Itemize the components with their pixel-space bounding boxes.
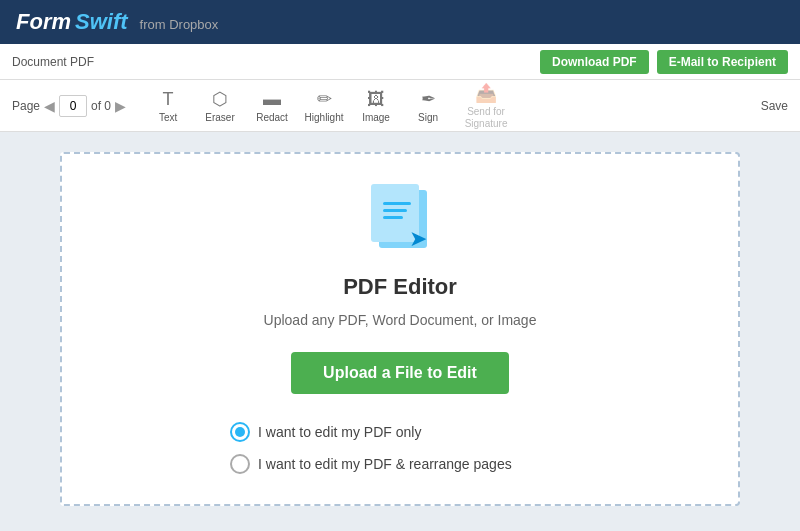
send-label: Send for Signature: [456, 106, 516, 130]
save-button[interactable]: Save: [761, 99, 788, 113]
highlight-icon: ✏: [317, 88, 332, 110]
text-label: Text: [159, 112, 177, 123]
doc-label: Document PDF: [12, 55, 94, 69]
cursor-icon: ➤: [409, 226, 427, 252]
logo-form: Form: [16, 9, 71, 35]
highlight-label: Highlight: [305, 112, 344, 123]
radio-pdf-rearrange-label: I want to edit my PDF & rearrange pages: [258, 456, 512, 472]
image-label: Image: [362, 112, 390, 123]
download-pdf-button[interactable]: Download PDF: [540, 50, 649, 74]
send-for-signature-tool[interactable]: 📤 Send for Signature: [454, 78, 518, 134]
radio-pdf-only-label: I want to edit my PDF only: [258, 424, 421, 440]
tool-row: Page ◀ 0 of 0 ▶ T Text ⬡ Eraser ▬ Redact…: [0, 80, 800, 132]
upload-file-button[interactable]: Upload a File to Edit: [291, 352, 509, 394]
toolbar-right: Download PDF E-Mail to Recipient: [540, 50, 788, 74]
radio-inner-checked: [235, 427, 245, 437]
app-header: FormSwift from Dropbox: [0, 0, 800, 44]
editor-subtitle: Upload any PDF, Word Document, or Image: [264, 312, 537, 328]
text-tool[interactable]: T Text: [142, 85, 194, 127]
sign-icon: ✒: [421, 88, 436, 110]
sign-label: Sign: [418, 112, 438, 123]
send-signature-icon: 📤: [475, 82, 497, 104]
highlight-tool[interactable]: ✏ Highlight: [298, 84, 350, 127]
upload-card: ➤ PDF Editor Upload any PDF, Word Docume…: [60, 152, 740, 506]
from-dropbox-label: from Dropbox: [140, 17, 219, 32]
image-tool[interactable]: 🖼 Image: [350, 85, 402, 127]
radio-pdf-rearrange[interactable]: [230, 454, 250, 474]
radio-row-1: I want to edit my PDF only: [230, 422, 570, 442]
page-input[interactable]: 0: [59, 95, 87, 117]
next-page-icon[interactable]: ▶: [115, 98, 126, 114]
text-icon: T: [163, 89, 174, 110]
email-recipient-button[interactable]: E-Mail to Recipient: [657, 50, 788, 74]
doc-line-3: [383, 216, 403, 219]
pdf-editor-icon: ➤: [365, 184, 435, 254]
image-icon: 🖼: [367, 89, 385, 110]
eraser-icon: ⬡: [212, 88, 228, 110]
radio-row-2: I want to edit my PDF & rearrange pages: [230, 454, 570, 474]
redact-tool[interactable]: ▬ Redact: [246, 85, 298, 127]
editor-title: PDF Editor: [343, 274, 457, 300]
doc-line-1: [383, 202, 411, 205]
toolbar-top: Document PDF Download PDF E-Mail to Reci…: [0, 44, 800, 80]
radio-pdf-only[interactable]: [230, 422, 250, 442]
eraser-label: Eraser: [205, 112, 234, 123]
main-content: ➤ PDF Editor Upload any PDF, Word Docume…: [0, 132, 800, 531]
doc-lines: [383, 202, 411, 219]
page-label: Page: [12, 99, 40, 113]
redact-label: Redact: [256, 112, 288, 123]
logo: FormSwift from Dropbox: [16, 9, 218, 35]
eraser-tool[interactable]: ⬡ Eraser: [194, 84, 246, 127]
prev-page-icon[interactable]: ◀: [44, 98, 55, 114]
page-of-label: of 0: [91, 99, 111, 113]
page-navigation: Page ◀ 0 of 0 ▶: [12, 95, 126, 117]
redact-icon: ▬: [263, 89, 281, 110]
sign-tool[interactable]: ✒ Sign: [402, 84, 454, 127]
logo-swift: Swift: [75, 9, 128, 35]
doc-line-2: [383, 209, 407, 212]
